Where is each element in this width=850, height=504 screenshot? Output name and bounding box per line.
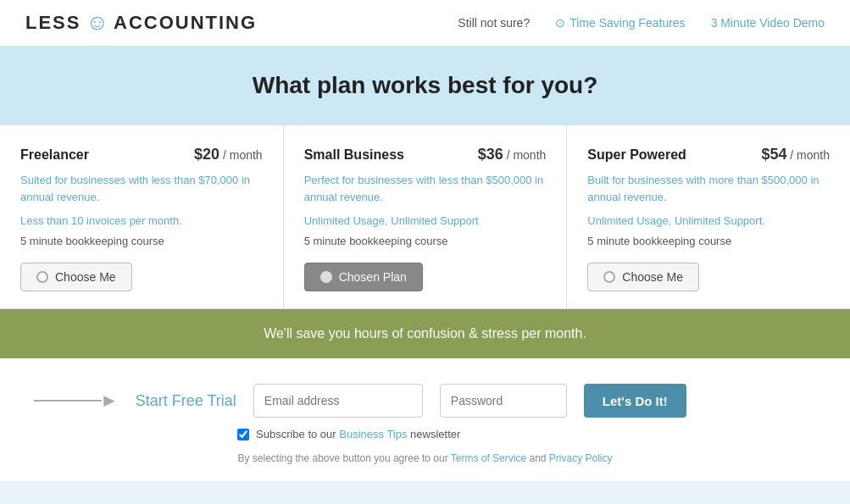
trial-row: ► Start Free Trial Let's Do It! — [34, 384, 816, 418]
plan-desc-1: Perfect for businesses with less than $5… — [304, 172, 547, 205]
plan-card-2: Super Powered $54 / month Built for busi… — [567, 125, 850, 308]
nav-links: Still not sure? ⊙ Time Saving Features 3… — [458, 16, 825, 30]
video-demo-link[interactable]: 3 Minute Video Demo — [711, 16, 825, 30]
plan-feature2-2: 5 minute bookkeeping course — [587, 234, 830, 249]
terms-row: By selecting the above button you agree … — [34, 452, 816, 464]
plan-name-0: Freelancer — [20, 147, 89, 163]
still-not-text: Still not sure? — [458, 16, 530, 30]
time-saving-link[interactable]: ⊙ Time Saving Features — [555, 16, 685, 30]
plan-desc-2: Built for businesses with more than $500… — [587, 172, 830, 205]
hero-title: What plan works best for you? — [17, 72, 833, 99]
plan-name-1: Small Business — [304, 147, 404, 163]
terms-text-before: By selecting the above button you agree … — [237, 452, 450, 464]
plan-choose-button-0[interactable]: Choose Me — [20, 263, 132, 291]
logo: LESS ☺ ACCOUNTING — [25, 12, 257, 34]
privacy-policy-link[interactable]: Privacy Policy — [549, 452, 613, 464]
plan-feature1-2: Unlimited Usage, Unlimited Support. — [587, 213, 830, 229]
plan-price-2: $54 / month — [761, 146, 830, 163]
plans-section: Freelancer $20 / month Suited for busine… — [0, 125, 850, 309]
green-banner: We'll save you hours of confusion & stre… — [0, 309, 850, 358]
plan-choose-button-1[interactable]: Chosen Plan — [304, 263, 423, 291]
terms-of-service-link[interactable]: Terms of Service — [451, 452, 526, 464]
plan-desc-0: Suited for businesses with less than $70… — [20, 172, 263, 205]
plan-feature1-0: Less than 10 invoices per month. — [20, 213, 263, 229]
arrow-head-icon: ► — [100, 390, 119, 412]
radio-circle-1 — [320, 271, 332, 283]
password-input[interactable] — [440, 384, 567, 418]
trial-label-trial: Trial — [207, 392, 236, 409]
plan-price-1: $36 / month — [478, 146, 547, 163]
plan-choose-button-2[interactable]: Choose Me — [587, 263, 699, 291]
plan-header-0: Freelancer $20 / month — [20, 146, 263, 163]
terms-text-and: and — [529, 452, 548, 464]
subscribe-checkbox[interactable] — [237, 429, 249, 440]
email-input[interactable] — [253, 384, 423, 418]
plan-feature2-0: 5 minute bookkeeping course — [20, 234, 263, 249]
logo-text-left: LESS — [25, 12, 81, 34]
arrow-decoration: ► — [34, 390, 119, 412]
business-tips-link: Business Tips — [339, 428, 407, 440]
plan-feature2-1: 5 minute bookkeeping course — [304, 234, 547, 249]
plan-card-1: Small Business $36 / month Perfect for b… — [284, 125, 568, 308]
plan-name-2: Super Powered — [587, 147, 686, 163]
lets-do-it-button[interactable]: Let's Do It! — [584, 384, 686, 418]
hero-section: What plan works best for you? — [0, 47, 850, 125]
radio-circle-2 — [603, 271, 615, 283]
logo-smiley-icon: ☺ — [86, 12, 108, 34]
trial-label: Start Free Trial — [136, 392, 236, 410]
subscribe-row: Subscribe to our Business Tips newslette… — [34, 428, 816, 440]
logo-text-right: ACCOUNTING — [114, 12, 257, 34]
subscribe-label: Subscribe to our Business Tips newslette… — [256, 428, 460, 440]
plan-header-2: Super Powered $54 / month — [587, 146, 830, 163]
radio-circle-0 — [36, 271, 48, 283]
plan-header-1: Small Business $36 / month — [304, 146, 547, 163]
green-banner-text: We'll save you hours of confusion & stre… — [264, 326, 586, 341]
header: LESS ☺ ACCOUNTING Still not sure? ⊙ Time… — [0, 0, 850, 47]
arrow-line — [34, 400, 102, 402]
clock-icon: ⊙ — [555, 16, 565, 30]
plan-feature1-1: Unlimited Usage, Unlimited Support — [304, 213, 547, 229]
plan-card-0: Freelancer $20 / month Suited for busine… — [0, 125, 284, 308]
plan-price-0: $20 / month — [194, 146, 263, 163]
trial-label-start: Start Free — [136, 392, 208, 409]
trial-section: ► Start Free Trial Let's Do It! Subscrib… — [0, 358, 850, 481]
